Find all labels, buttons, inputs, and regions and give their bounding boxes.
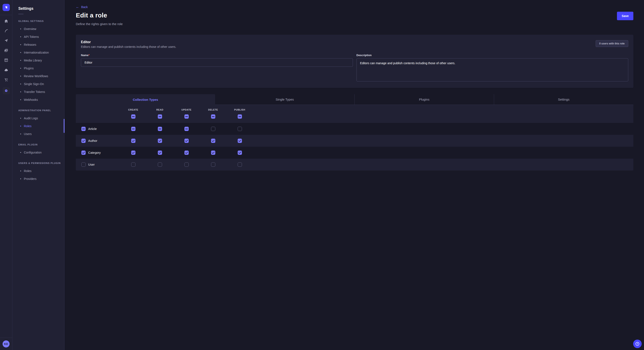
category-create-checkbox-checked[interactable] xyxy=(131,151,136,155)
sidebar-section-list-email-plugin: Configuration xyxy=(12,149,64,156)
bullet-icon xyxy=(20,68,21,69)
sidebar-item-api-tokens[interactable]: API Tokens xyxy=(12,33,64,41)
user-update-checkbox-unchecked[interactable] xyxy=(184,163,189,167)
column-label-create: CREATE xyxy=(128,108,138,111)
sidebar-item-plugins[interactable]: Plugins xyxy=(12,64,64,72)
article-create-checkbox-indeterminate[interactable] xyxy=(131,127,136,131)
settings-sidebar: Settings GLOBAL SETTINGSOverviewAPI Toke… xyxy=(12,0,64,180)
rail-logo-area xyxy=(0,0,12,15)
sidebar-item-label: Users xyxy=(24,132,32,136)
article-read-checkbox-indeterminate[interactable] xyxy=(158,127,162,131)
sidebar-item-configuration[interactable]: Configuration xyxy=(12,149,64,156)
sidebar-item-releases[interactable]: Releases xyxy=(12,41,64,48)
cell-author-read xyxy=(146,139,173,143)
cell-category-publish xyxy=(226,151,253,155)
sidebar-section-list-global-settings: OverviewAPI TokensReleasesInternationali… xyxy=(12,25,64,104)
author-read-checkbox-checked[interactable] xyxy=(158,139,162,143)
bullet-icon xyxy=(20,126,21,127)
cell-category-create xyxy=(120,151,146,155)
tab-single-types[interactable]: Single Types xyxy=(215,94,332,105)
select-all-create-checkbox-indeterminate[interactable] xyxy=(131,114,136,119)
back-link[interactable]: ← Back xyxy=(76,5,88,9)
column-head-create: CREATE xyxy=(120,108,146,119)
page-title: Edit a role xyxy=(76,12,107,19)
sidebar-item-providers[interactable]: Providers xyxy=(12,175,64,180)
strapi-logo-glyph xyxy=(4,5,8,9)
rail-nav-icons xyxy=(0,15,12,94)
sidebar-item-label: Review Workflows xyxy=(24,74,48,78)
marketplace-cart-icon[interactable] xyxy=(4,77,8,82)
strapi-logo[interactable] xyxy=(2,4,10,11)
bullet-icon xyxy=(20,118,21,119)
sidebar-item-overview[interactable]: Overview xyxy=(12,25,64,33)
sidebar-item-media-library[interactable]: Media Library xyxy=(12,56,64,64)
deploy-send-icon[interactable] xyxy=(4,38,8,43)
bullet-icon xyxy=(20,52,21,53)
select-all-delete-checkbox-indeterminate[interactable] xyxy=(211,114,215,119)
category-publish-checkbox-checked[interactable] xyxy=(238,151,242,155)
user-publish-checkbox-unchecked[interactable] xyxy=(238,163,242,167)
cell-article-read xyxy=(146,127,173,131)
row-label-author: Author xyxy=(88,139,97,143)
select-all-read-checkbox-indeterminate[interactable] xyxy=(158,114,162,119)
cell-author-publish xyxy=(226,139,253,143)
user-read-checkbox-unchecked[interactable] xyxy=(158,163,162,167)
sidebar-item-roles[interactable]: Roles xyxy=(12,122,64,130)
column-head-update: UPDATE xyxy=(173,108,200,119)
sidebar-item-users[interactable]: Users xyxy=(12,130,64,138)
bullet-icon xyxy=(20,134,21,134)
row-user-checkbox-unchecked[interactable] xyxy=(81,163,86,167)
select-all-update-checkbox-indeterminate[interactable] xyxy=(184,114,189,119)
author-publish-checkbox-checked[interactable] xyxy=(238,139,242,143)
sidebar-item-internationalization[interactable]: Internationalization xyxy=(12,48,64,56)
row-category-checkbox-checked[interactable] xyxy=(81,151,86,155)
article-update-checkbox-indeterminate[interactable] xyxy=(184,127,189,131)
sidebar-item-webhooks[interactable]: Webhooks xyxy=(12,96,64,104)
required-asterisk: * xyxy=(88,54,90,57)
sidebar-item-label: Transfer Tokens xyxy=(24,90,45,94)
sidebar-nav: GLOBAL SETTINGSOverviewAPI TokensRelease… xyxy=(12,20,64,180)
author-create-checkbox-checked[interactable] xyxy=(131,139,136,143)
tab-collection-types[interactable]: Collection Types xyxy=(76,94,215,105)
sidebar-item-review-workflows[interactable]: Review Workflows xyxy=(12,72,64,80)
sidebar-section-label-global-settings: GLOBAL SETTINGS xyxy=(18,20,64,22)
article-publish-checkbox-unchecked[interactable] xyxy=(238,127,242,131)
category-delete-checkbox-checked[interactable] xyxy=(211,151,215,155)
row-label-cell-user: User xyxy=(76,163,120,167)
content-manager-icon[interactable] xyxy=(4,58,8,62)
category-read-checkbox-checked[interactable] xyxy=(158,151,162,155)
sidebar-item-label: Internationalization xyxy=(24,51,49,54)
sidebar-item-roles[interactable]: Roles xyxy=(12,167,64,175)
media-library-icon[interactable] xyxy=(4,48,8,53)
cell-author-delete xyxy=(200,139,226,143)
title-divider xyxy=(18,14,24,14)
name-input[interactable] xyxy=(81,58,332,67)
row-article-checkbox-indeterminate[interactable] xyxy=(81,127,86,131)
select-all-publish-checkbox-indeterminate[interactable] xyxy=(238,114,242,119)
home-icon[interactable] xyxy=(4,19,8,23)
cloud-icon[interactable] xyxy=(4,68,8,72)
sidebar-section-list-users-permissions-plugin: RolesProviders xyxy=(12,167,64,180)
sidebar-item-label: Roles xyxy=(24,169,32,173)
sidebar-item-label: Releases xyxy=(24,43,36,46)
user-delete-checkbox-unchecked[interactable] xyxy=(211,163,215,167)
cell-article-create xyxy=(120,127,146,131)
sidebar-item-label: Providers xyxy=(24,177,36,180)
column-label-delete: DELETE xyxy=(208,108,218,111)
category-update-checkbox-checked[interactable] xyxy=(184,151,189,155)
cell-category-update xyxy=(173,151,200,155)
sidebar-item-label: API Tokens xyxy=(24,35,39,38)
cell-article-update xyxy=(173,127,200,131)
sidebar-item-audit-logs[interactable]: Audit Logs xyxy=(12,114,64,122)
settings-icon[interactable] xyxy=(2,87,10,94)
article-delete-checkbox-unchecked[interactable] xyxy=(211,127,215,131)
content-builder-icon[interactable] xyxy=(4,28,8,33)
row-author-checkbox-checked[interactable] xyxy=(81,139,86,143)
sidebar-item-transfer-tokens[interactable]: Transfer Tokens xyxy=(12,88,64,96)
author-delete-checkbox-checked[interactable] xyxy=(211,139,215,143)
user-create-checkbox-unchecked[interactable] xyxy=(131,163,136,167)
author-update-checkbox-checked[interactable] xyxy=(184,139,189,143)
bullet-icon xyxy=(20,99,21,100)
sidebar-item-single-sign-on[interactable]: Single Sign-On xyxy=(12,80,64,88)
back-label: Back xyxy=(81,5,88,9)
